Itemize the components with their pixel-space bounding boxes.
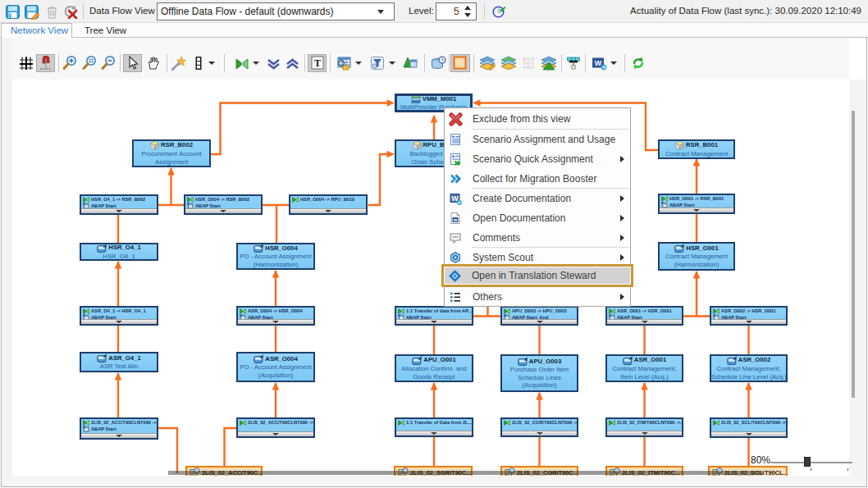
svg-text:W: W: [595, 59, 602, 67]
svg-text:w: w: [453, 217, 458, 222]
svg-text:T: T: [314, 57, 321, 69]
